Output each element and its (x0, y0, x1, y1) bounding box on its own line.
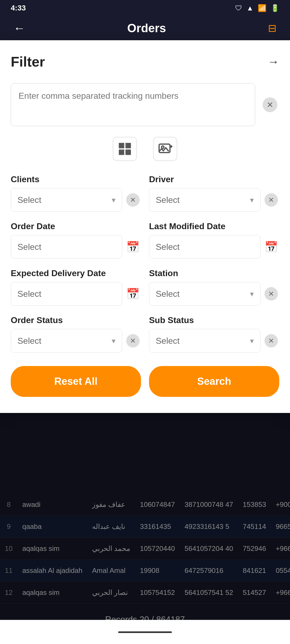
filter-button[interactable]: ⊟ (268, 22, 277, 34)
driver-input-row: Select ▾ ✕ (149, 188, 279, 212)
driver-field-group: Driver Select ▾ ✕ (149, 174, 279, 212)
expected-delivery-date-label: Expected Delivery Date (11, 268, 141, 278)
sub-status-field-group: Sub Status Select ▾ ✕ (149, 315, 279, 353)
driver-chevron-icon: ▾ (250, 196, 254, 204)
svg-rect-3 (121, 145, 122, 147)
order-status-input-row: Select ▾ ✕ (11, 329, 141, 353)
sub-status-input-row: Select ▾ ✕ (149, 329, 279, 353)
expected-delivery-date-calendar-button[interactable]: 📅 (125, 286, 141, 302)
svg-point-20 (162, 146, 164, 148)
station-clear-button[interactable]: ✕ (263, 286, 279, 302)
driver-select[interactable]: Select ▾ (149, 188, 260, 212)
station-clear-icon: ✕ (264, 287, 278, 301)
driver-clear-button[interactable]: ✕ (263, 192, 279, 208)
order-status-label: Order Status (11, 315, 141, 325)
driver-select-value: Select (156, 195, 180, 205)
expected-delivery-date-input[interactable]: Select (11, 282, 122, 306)
clients-select-value: Select (17, 195, 41, 205)
status-icons: 🛡 ▲ 📶 🔋 (235, 4, 279, 12)
station-select[interactable]: Select ▾ (149, 282, 260, 306)
clear-icon: ✕ (263, 97, 277, 112)
reset-all-button[interactable]: Reset All (11, 366, 141, 397)
sub-status-clear-icon: ✕ (264, 334, 278, 347)
tracking-input-row: ✕ (11, 83, 279, 126)
image-add-button[interactable] (153, 137, 177, 161)
action-buttons: Reset All Search (11, 366, 279, 397)
page-title: Orders (25, 21, 268, 35)
sub-status-select-value: Select (156, 336, 180, 346)
clients-select[interactable]: Select ▾ (11, 188, 122, 212)
last-modified-date-input-row: Select 📅 (149, 235, 279, 259)
status-bar: 4:33 🛡 ▲ 📶 🔋 (0, 0, 290, 16)
shield-icon: 🛡 (235, 4, 242, 12)
home-indicator (118, 631, 172, 633)
qr-scan-button[interactable] (113, 137, 137, 161)
order-date-input-row: Select 📅 (11, 235, 141, 259)
station-select-value: Select (156, 289, 180, 299)
order-status-select-value: Select (17, 336, 41, 346)
last-modified-date-field-group: Last Modified Date Select 📅 (149, 221, 279, 259)
clients-chevron-icon: ▾ (112, 196, 115, 204)
image-add-icon (158, 142, 172, 156)
fields-grid: Clients Select ▾ ✕ Driver Select (11, 174, 279, 353)
sub-status-label: Sub Status (149, 315, 279, 325)
driver-label: Driver (149, 174, 279, 184)
expected-delivery-date-calendar-icon: 📅 (126, 288, 140, 300)
svg-rect-18 (129, 153, 130, 155)
status-time: 4:33 (11, 4, 26, 12)
back-button[interactable]: ← (13, 21, 25, 35)
sub-status-clear-button[interactable]: ✕ (263, 333, 279, 349)
clients-label: Clients (11, 174, 141, 184)
order-status-select[interactable]: Select ▾ (11, 329, 122, 353)
svg-rect-5 (121, 151, 122, 153)
icon-row (11, 137, 279, 161)
station-input-row: Select ▾ ✕ (149, 282, 279, 306)
filter-header: Filter → (11, 54, 279, 70)
station-label: Station (149, 268, 279, 278)
last-modified-date-calendar-icon: 📅 (264, 241, 278, 253)
order-status-clear-icon: ✕ (126, 334, 140, 347)
top-bar: ← Orders ⊟ (0, 16, 290, 40)
wifi-icon: ▲ (247, 4, 253, 12)
station-field-group: Station Select ▾ ✕ (149, 268, 279, 306)
last-modified-date-value: Select (156, 242, 180, 252)
svg-rect-4 (127, 145, 129, 147)
clients-clear-icon: ✕ (126, 193, 140, 207)
order-date-input[interactable]: Select (11, 235, 122, 259)
last-modified-date-calendar-button[interactable]: 📅 (263, 239, 279, 255)
driver-clear-icon: ✕ (264, 193, 278, 207)
last-modified-date-label: Last Modified Date (149, 221, 279, 231)
svg-rect-16 (129, 150, 130, 152)
order-date-calendar-button[interactable]: 📅 (125, 239, 141, 255)
battery-icon: 🔋 (271, 4, 279, 12)
order-date-value: Select (17, 242, 41, 252)
sub-status-select[interactable]: Select ▾ (149, 329, 260, 353)
expected-delivery-date-value: Select (17, 289, 41, 299)
svg-rect-15 (126, 150, 128, 152)
order-status-field-group: Order Status Select ▾ ✕ (11, 315, 141, 353)
expected-delivery-date-input-row: Select 📅 (11, 282, 141, 306)
qr-code-icon (118, 142, 132, 156)
filter-modal: Filter → ✕ (0, 40, 290, 413)
svg-rect-17 (126, 153, 128, 155)
signal-icon: 📶 (258, 4, 266, 12)
order-date-label: Order Date (11, 221, 141, 231)
clients-field-group: Clients Select ▾ ✕ (11, 174, 141, 212)
filter-title: Filter (11, 54, 45, 70)
last-modified-date-input[interactable]: Select (149, 235, 260, 259)
station-chevron-icon: ▾ (250, 290, 254, 298)
order-status-chevron-icon: ▾ (112, 336, 115, 345)
clients-clear-button[interactable]: ✕ (125, 192, 141, 208)
tracking-clear-button[interactable]: ✕ (260, 95, 279, 114)
order-status-clear-button[interactable]: ✕ (125, 333, 141, 349)
order-date-calendar-icon: 📅 (126, 241, 140, 253)
expected-delivery-date-field-group: Expected Delivery Date Select 📅 (11, 268, 141, 306)
order-date-field-group: Order Date Select 📅 (11, 221, 141, 259)
tracking-input[interactable] (11, 83, 255, 126)
clients-input-row: Select ▾ ✕ (11, 188, 141, 212)
filter-close-icon[interactable]: → (267, 55, 279, 68)
search-button[interactable]: Search (149, 366, 279, 397)
sub-status-chevron-icon: ▾ (250, 336, 254, 345)
